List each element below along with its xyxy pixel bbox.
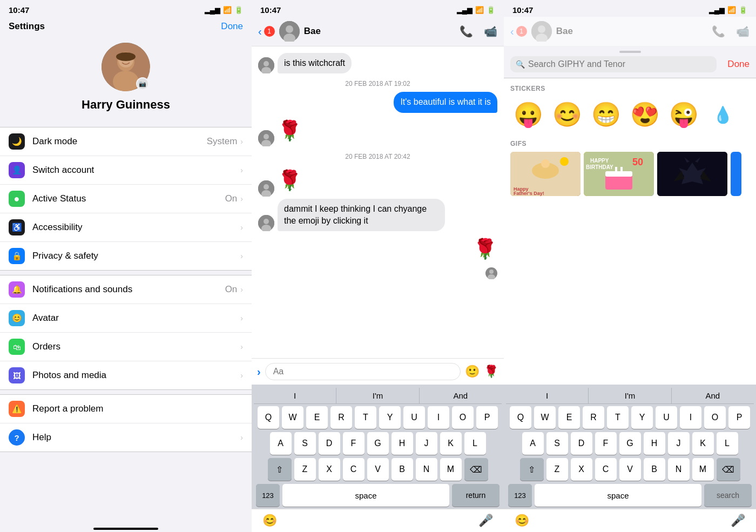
key-w[interactable]: W — [282, 406, 303, 429]
gif-thumb-2[interactable]: HAPPY BIRTHDAY 50 — [584, 152, 654, 196]
key-m[interactable]: M — [440, 458, 462, 481]
giphy-key-r[interactable]: R — [583, 406, 604, 429]
giphy-key-i[interactable]: I — [680, 406, 701, 429]
giphy-key-q[interactable]: Q — [510, 406, 531, 429]
key-p[interactable]: P — [476, 406, 498, 429]
mic-bottom-icon-giphy[interactable]: 🎤 — [731, 514, 745, 528]
giphy-key-l[interactable]: L — [717, 432, 738, 455]
giphy-key-space[interactable]: space — [535, 484, 701, 507]
key-i[interactable]: I — [428, 406, 449, 429]
key-c[interactable]: C — [343, 458, 364, 481]
key-d[interactable]: D — [319, 432, 340, 455]
giphy-key-123[interactable]: 123 — [508, 484, 532, 507]
key-shift[interactable]: ⇧ — [268, 458, 292, 481]
key-u[interactable]: U — [403, 406, 425, 429]
sticker-1[interactable]: 😛 — [510, 97, 546, 132]
key-f[interactable]: F — [343, 432, 364, 455]
key-return[interactable]: return — [452, 484, 500, 507]
settings-item-dark-mode[interactable]: 🌙 Dark mode System › — [0, 127, 252, 156]
suggestion-giphy-im[interactable]: I'm — [589, 388, 671, 403]
settings-done-button[interactable]: Done — [221, 21, 243, 32]
giphy-done-button[interactable]: Done — [727, 59, 750, 70]
settings-item-report[interactable]: ⚠️ Report a problem — [0, 395, 252, 423]
giphy-key-z[interactable]: Z — [546, 458, 568, 481]
key-v[interactable]: V — [367, 458, 389, 481]
giphy-key-m[interactable]: M — [692, 458, 714, 481]
key-123[interactable]: 123 — [256, 484, 280, 507]
giphy-key-v[interactable]: V — [619, 458, 641, 481]
emoji-bottom-icon-giphy[interactable]: 😊 — [515, 514, 529, 528]
key-g[interactable]: G — [367, 432, 389, 455]
giphy-key-u[interactable]: U — [656, 406, 677, 429]
giphy-key-shift[interactable]: ⇧ — [520, 458, 544, 481]
message-input[interactable] — [265, 363, 461, 380]
settings-item-orders[interactable]: 🛍 Orders › — [0, 333, 252, 361]
giphy-key-g[interactable]: G — [619, 432, 641, 455]
giphy-key-e[interactable]: E — [558, 406, 580, 429]
key-s[interactable]: S — [294, 432, 316, 455]
giphy-key-c[interactable]: C — [595, 458, 617, 481]
key-h[interactable]: H — [392, 432, 413, 455]
giphy-key-k[interactable]: K — [692, 432, 714, 455]
settings-item-active-status[interactable]: ● Active Status On › — [0, 185, 252, 213]
key-a[interactable]: A — [270, 432, 292, 455]
key-t[interactable]: T — [355, 406, 376, 429]
emoji-button[interactable]: 🙂 — [465, 365, 480, 379]
key-delete[interactable]: ⌫ — [464, 458, 488, 481]
giphy-key-search[interactable]: search — [704, 484, 752, 507]
settings-item-help[interactable]: ? Help › — [0, 423, 252, 452]
giphy-key-n[interactable]: N — [668, 458, 690, 481]
giphy-key-f[interactable]: F — [595, 432, 617, 455]
settings-item-switch-account[interactable]: 👤 Switch account › — [0, 156, 252, 185]
settings-item-accessibility[interactable]: ♿ Accessibility › — [0, 213, 252, 242]
sticker-4[interactable]: 😍 — [627, 97, 663, 132]
giphy-key-w[interactable]: W — [534, 406, 556, 429]
gif-thumb-3[interactable] — [657, 152, 727, 196]
key-x[interactable]: X — [319, 458, 340, 481]
video-icon-chat[interactable]: 📹 — [484, 25, 497, 38]
key-n[interactable]: N — [416, 458, 437, 481]
sticker-5[interactable]: 😜 — [666, 97, 701, 132]
giphy-key-p[interactable]: P — [728, 406, 750, 429]
giphy-key-j[interactable]: J — [668, 432, 690, 455]
sticker-6[interactable]: 💧 — [705, 97, 740, 132]
settings-item-notifications[interactable]: 🔔 Notifications and sounds On › — [0, 275, 252, 304]
phone-icon-chat[interactable]: 📞 — [460, 25, 473, 38]
back-button-giphy[interactable]: ‹ — [510, 25, 514, 38]
key-z[interactable]: Z — [294, 458, 316, 481]
gif-thumb-1[interactable]: Happy Father's Day! — [510, 152, 580, 196]
giphy-search-input[interactable] — [528, 59, 711, 69]
giphy-search-bar[interactable]: 🔍 — [510, 56, 717, 72]
avatar-wrapper[interactable]: 📷 — [102, 43, 150, 91]
key-k[interactable]: K — [440, 432, 462, 455]
sticker-3[interactable]: 😁 — [588, 97, 624, 132]
key-j[interactable]: J — [416, 432, 437, 455]
sticker-2[interactable]: 😊 — [549, 97, 585, 132]
giphy-key-d[interactable]: D — [571, 432, 592, 455]
settings-item-privacy[interactable]: 🔒 Privacy & safety › — [0, 242, 252, 270]
key-b[interactable]: B — [392, 458, 413, 481]
settings-item-photos[interactable]: 🖼 Photos and media › — [0, 361, 252, 389]
giphy-key-s[interactable]: S — [546, 432, 568, 455]
suggestion-im[interactable]: I'm — [336, 388, 419, 403]
key-l[interactable]: L — [464, 432, 486, 455]
key-r[interactable]: R — [330, 406, 352, 429]
key-y[interactable]: Y — [379, 406, 401, 429]
giphy-key-x[interactable]: X — [571, 458, 592, 481]
back-button-chat[interactable]: ‹ — [258, 25, 262, 38]
key-q[interactable]: Q — [258, 406, 279, 429]
key-o[interactable]: O — [452, 406, 474, 429]
camera-badge[interactable]: 📷 — [136, 77, 149, 90]
suggestion-i[interactable]: I — [254, 388, 336, 403]
video-icon-giphy[interactable]: 📹 — [736, 25, 750, 38]
emoji-bottom-icon[interactable]: 😊 — [262, 514, 277, 528]
giphy-key-a[interactable]: A — [522, 432, 544, 455]
suggestion-and[interactable]: And — [420, 388, 502, 403]
giphy-key-b[interactable]: B — [644, 458, 665, 481]
expand-button[interactable]: › — [257, 366, 261, 378]
giphy-key-t[interactable]: T — [607, 406, 629, 429]
suggestion-giphy-i[interactable]: I — [506, 388, 589, 403]
settings-item-avatar[interactable]: 😊 Avatar › — [0, 304, 252, 333]
key-e[interactable]: E — [306, 406, 328, 429]
rose-button[interactable]: 🌹 — [484, 365, 498, 379]
